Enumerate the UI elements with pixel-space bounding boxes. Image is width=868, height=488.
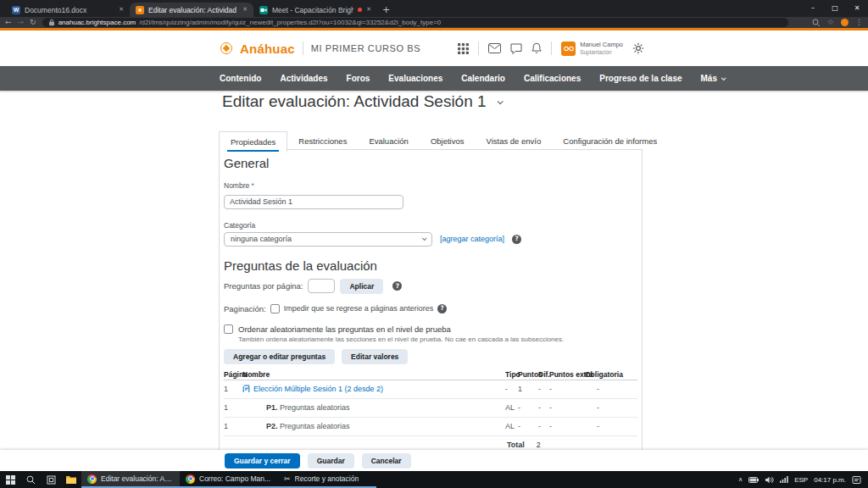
kebab-menu-icon[interactable]: ⋮ xyxy=(855,19,863,26)
nav-item-evaluaciones[interactable]: Evaluaciones xyxy=(388,74,442,83)
gear-icon[interactable] xyxy=(632,42,644,54)
minimize-button[interactable]: – xyxy=(802,0,824,17)
mail-icon[interactable] xyxy=(488,43,501,53)
help-icon[interactable]: ? xyxy=(437,304,447,313)
tab-restricciones[interactable]: Restricciones xyxy=(287,131,358,151)
help-icon[interactable]: ? xyxy=(392,281,402,291)
properties-tab-bar: Propiedades Restricciones Evaluación Obj… xyxy=(219,131,668,151)
add-category-link[interactable]: [agregar categoría] xyxy=(440,235,504,243)
waffle-grid-icon[interactable] xyxy=(458,43,469,54)
battery-icon[interactable] xyxy=(748,477,759,483)
title-dropdown-chevron-icon[interactable] xyxy=(497,98,503,104)
properties-panel: General Nombre * Categoría ninguna categ… xyxy=(219,149,643,471)
course-title[interactable]: MI PRIMER CURSO BS xyxy=(311,43,420,53)
bookmark-star-icon[interactable]: ☆ xyxy=(827,19,834,26)
taskbar-app-brightspace[interactable]: Editar evaluación: Act... xyxy=(81,471,180,488)
tray-expand-icon[interactable]: ∧ xyxy=(738,477,743,483)
pagination-checkbox[interactable] xyxy=(270,304,280,313)
per-page-label: Preguntas por página: xyxy=(224,281,303,291)
name-label: Nombre * xyxy=(224,181,637,190)
file-explorer-icon[interactable] xyxy=(61,471,81,488)
action-bar: Guardar y cerrar Guardar Cancelar xyxy=(0,450,868,471)
question-pool-link[interactable]: Elección Múltiple Sesión 1 (2 desde 2) xyxy=(242,385,505,393)
shuffle-subtext: También ordena aleatoriamente las seccio… xyxy=(238,336,564,343)
divider xyxy=(303,42,303,55)
question-pool-icon xyxy=(242,385,250,393)
tab-vistas-envio[interactable]: Vistas de envío xyxy=(475,131,552,151)
taskbar-app-correo[interactable]: Correo: Campo Man... xyxy=(180,471,278,488)
shuffle-label: Ordenar aleatoriamente las preguntas en … xyxy=(238,324,564,334)
browser-tab-brightspace[interactable]: Editar evaluación: Actividad Sesi ✕ xyxy=(130,3,253,17)
close-icon[interactable]: ✕ xyxy=(366,7,371,13)
course-nav: Contenido Actividades Foros Evaluaciones… xyxy=(0,66,868,91)
edit-values-button[interactable]: Editar valores xyxy=(342,349,408,364)
questions-per-page-input[interactable] xyxy=(308,279,335,293)
close-icon[interactable]: ✕ xyxy=(242,7,248,13)
user-menu[interactable]: Manuel Campo Suplantación xyxy=(561,41,623,57)
clock[interactable]: 04:17 p.m. xyxy=(814,476,846,484)
task-view-icon[interactable] xyxy=(41,471,61,488)
url-bar[interactable]: anahuac.brightspace.com/d2l/lms/quizzing… xyxy=(42,18,788,27)
user-avatar xyxy=(561,42,576,56)
questions-heading: Preguntas de la evaluación xyxy=(224,258,637,273)
anahuac-logo-icon xyxy=(220,42,232,54)
help-icon[interactable]: ? xyxy=(512,235,521,244)
nav-item-foros[interactable]: Foros xyxy=(347,74,370,83)
tab-title: Documento16.docx xyxy=(25,6,114,14)
site-header: Anáhuac MI PRIMER CURSO BS Manuel Campo … xyxy=(0,30,868,66)
pagination-text: Impedir que se regrese a páginas anterio… xyxy=(284,304,434,313)
window-controls: – □ ✕ xyxy=(802,0,868,17)
brightspace-icon xyxy=(136,6,144,14)
questions-table: PáginaNombreTipoPuntosDif.Puntos extraOb… xyxy=(224,369,637,452)
nav-item-contenido[interactable]: Contenido xyxy=(220,74,261,83)
name-input[interactable] xyxy=(224,195,403,209)
close-icon[interactable]: ✕ xyxy=(119,7,124,13)
pagination-label: Paginación: xyxy=(224,304,266,313)
notification-center-icon[interactable] xyxy=(852,475,861,485)
back-icon[interactable]: ← xyxy=(5,19,12,26)
tab-title: Meet - Capacitación Brights xyxy=(272,6,353,14)
anahuac-logo-text[interactable]: Anáhuac xyxy=(240,42,295,56)
new-tab-button[interactable]: + xyxy=(382,5,390,14)
save-button[interactable]: Guardar xyxy=(308,453,354,469)
cancel-button[interactable]: Cancelar xyxy=(362,453,411,469)
table-row: 1 P2. Preguntas aleatorias AL---- xyxy=(224,418,637,436)
table-row: 1 P1. Preguntas aleatorias AL---- xyxy=(224,399,637,418)
nav-item-actividades[interactable]: Actividades xyxy=(280,74,327,83)
nav-item-mas[interactable]: Más xyxy=(701,74,725,83)
add-edit-questions-button[interactable]: Agregar o editar preguntas xyxy=(224,349,335,364)
save-close-button[interactable]: Guardar y cerrar xyxy=(225,453,300,469)
tab-evaluacion[interactable]: Evaluación xyxy=(358,131,419,151)
search-icon[interactable] xyxy=(812,19,821,27)
forward-icon[interactable]: → xyxy=(18,19,25,26)
refresh-icon[interactable]: ↻ xyxy=(30,19,36,26)
general-heading: General xyxy=(224,156,637,170)
nav-item-calificaciones[interactable]: Calificaciones xyxy=(524,74,581,83)
maximize-button[interactable]: □ xyxy=(824,0,846,17)
language-indicator[interactable]: ESP xyxy=(794,476,808,484)
nav-item-progreso[interactable]: Progreso de la clase xyxy=(599,74,682,83)
shuffle-checkbox[interactable] xyxy=(224,324,233,334)
taskbar-search-icon[interactable] xyxy=(20,471,41,488)
browser-tab-meet[interactable]: Meet - Capacitación Brights ✕ xyxy=(253,3,377,17)
lock-icon xyxy=(48,19,55,26)
browser-tab-document[interactable]: W Documento16.docx ✕ xyxy=(6,3,130,17)
tab-propiedades[interactable]: Propiedades xyxy=(219,131,287,152)
browser-profile-avatar[interactable] xyxy=(841,19,849,26)
close-window-button[interactable]: ✕ xyxy=(846,0,868,17)
nav-item-calendario[interactable]: Calendario xyxy=(461,74,505,83)
tab-config-informes[interactable]: Configuración de informes xyxy=(552,131,668,151)
total-label: Total xyxy=(507,441,525,449)
start-button[interactable] xyxy=(0,471,20,488)
chat-icon[interactable] xyxy=(510,43,522,54)
apply-button[interactable]: Aplicar xyxy=(340,279,383,294)
tab-objetivos[interactable]: Objetivos xyxy=(420,131,476,151)
speaker-icon[interactable] xyxy=(765,476,774,484)
taskbar-app-recorte[interactable]: ✂ Recorte y anotación xyxy=(278,471,376,488)
network-icon[interactable] xyxy=(780,476,788,483)
bell-icon[interactable] xyxy=(531,42,542,54)
categoria-select[interactable]: ninguna categoría xyxy=(224,232,432,247)
chrome-icon xyxy=(87,474,97,484)
total-value: 2 xyxy=(537,441,541,449)
word-icon: W xyxy=(12,6,20,14)
